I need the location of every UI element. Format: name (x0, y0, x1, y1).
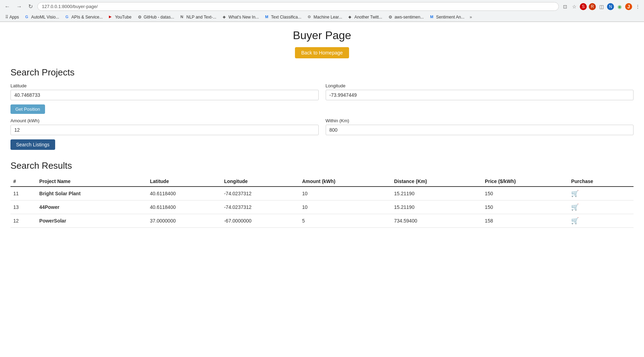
results-table: # Project Name Latitude Longitude Amount… (10, 176, 634, 228)
cell-price: 150 (482, 201, 568, 214)
col-header-id: # (10, 176, 37, 187)
bookmark-label: YouTube (115, 15, 131, 20)
search-listings-button[interactable]: Search Listings (10, 139, 55, 150)
cell-purchase[interactable]: 🛒 (568, 201, 634, 214)
url-text: 127.0.0.1:8000/buyer-page/ (42, 4, 98, 9)
github-favicon-2: ⚙ (388, 15, 393, 20)
longitude-label: Longitude (326, 83, 634, 88)
page-content: Buyer Page Back to Homepage Search Proje… (0, 22, 644, 235)
user-avatar[interactable]: J (625, 3, 632, 10)
forward-button[interactable]: → (15, 3, 24, 10)
col-header-longitude: Longitude (221, 176, 299, 187)
cell-purchase[interactable]: 🛒 (568, 214, 634, 228)
extension-icon-2[interactable]: ◉ (616, 3, 623, 10)
cell-distance: 734.59400 (391, 214, 482, 228)
bookmark-label: What's New In... (229, 15, 259, 20)
cell-amount: 10 (299, 201, 391, 214)
back-to-homepage-button[interactable]: Back to Homepage (295, 47, 349, 58)
bookmark-star-icon[interactable]: ☆ (571, 3, 578, 10)
refresh-button[interactable]: ↻ (27, 2, 35, 10)
latitude-input[interactable] (10, 90, 319, 100)
col-header-latitude: Latitude (147, 176, 221, 187)
bookmark-label: AutoML Visio... (31, 15, 59, 20)
profile-icon-n[interactable]: N (607, 3, 614, 10)
bookmark-youtube[interactable]: ▶ YouTube (106, 14, 134, 20)
bookmark-sentiment-an[interactable]: M Sentiment An... (428, 14, 467, 20)
cell-latitude: 37.0000000 (147, 214, 221, 228)
amount-input[interactable] (10, 125, 319, 135)
bookmark-label: Sentiment An... (436, 15, 464, 20)
cell-id: 11 (10, 187, 37, 201)
col-header-purchase: Purchase (568, 176, 634, 187)
bookmark-apis[interactable]: G APIs & Service... (63, 14, 105, 20)
lat-lng-row: Latitude Longitude (10, 83, 634, 100)
cell-project-name: PowerSolar (37, 214, 147, 228)
cell-longitude: -74.0237312 (221, 187, 299, 201)
youtube-favicon: ▶ (109, 15, 114, 20)
back-button[interactable]: ← (3, 3, 12, 10)
amount-label: Amount (kWh) (10, 118, 319, 123)
cell-id: 12 (10, 214, 37, 228)
apps-button[interactable]: ⠿ Apps (3, 14, 21, 20)
cell-distance: 15.21190 (391, 201, 482, 214)
bookmark-label: NLP and Text-... (186, 15, 216, 20)
purchase-cart-icon[interactable]: 🛒 (571, 217, 579, 224)
profile-icon-red[interactable]: S (580, 3, 587, 10)
cell-price: 158 (482, 214, 568, 228)
table-row: 13 44Power 40.6118400 -74.0237312 10 15.… (10, 201, 634, 214)
back-button-wrapper: Back to Homepage (10, 47, 634, 58)
longitude-input[interactable] (326, 90, 634, 100)
notion-favicon: N (180, 15, 185, 20)
bookmark-another-twitt[interactable]: ◆ Another Twitt... (346, 14, 385, 20)
address-bar[interactable]: 127.0.0.1:8000/buyer-page/ (37, 2, 559, 11)
purchase-cart-icon[interactable]: 🛒 (571, 204, 579, 211)
amount-group: Amount (kWh) (10, 118, 319, 135)
twitter-favicon: ◆ (348, 15, 353, 20)
search-form: Search Projects Latitude Longitude Get P… (10, 67, 634, 150)
bookmark-label: aws-sentimen... (394, 15, 424, 20)
bookmark-text-class[interactable]: M Text Classifica... (263, 14, 304, 20)
apps-label: Apps (9, 15, 19, 20)
amount-within-row: Amount (kWh) Within (Km) (10, 118, 634, 135)
cell-longitude: -74.0237312 (221, 201, 299, 214)
cell-longitude: -67.0000000 (221, 214, 299, 228)
cell-purchase[interactable]: 🛒 (568, 187, 634, 201)
within-label: Within (Km) (326, 118, 634, 123)
bookmark-favicon-5: ◆ (223, 15, 228, 20)
results-section-title: Search Results (10, 160, 634, 171)
extension-icon[interactable]: ◫ (598, 3, 605, 10)
cell-project-name: Bright Solar Plant (37, 187, 147, 201)
google-favicon-2: G (65, 15, 70, 20)
within-group: Within (Km) (326, 118, 634, 135)
within-input[interactable] (326, 125, 634, 135)
col-header-amount: Amount (kWh) (299, 176, 391, 187)
bookmark-nlp[interactable]: N NLP and Text-... (178, 14, 219, 20)
col-header-distance: Distance (Km) (391, 176, 482, 187)
cell-latitude: 40.6118400 (147, 201, 221, 214)
bookmarks-bar: ⠿ Apps G AutoML Visio... G APIs & Servic… (0, 13, 644, 22)
bookmark-aws-sentiment[interactable]: ⚙ aws-sentimen... (386, 14, 426, 20)
bookmark-whats-new[interactable]: ◆ What's New In... (220, 14, 261, 20)
more-bookmarks[interactable]: » (470, 15, 472, 20)
purchase-cart-icon[interactable]: 🛒 (571, 190, 579, 197)
cell-amount: 5 (299, 214, 391, 228)
cell-price: 150 (482, 187, 568, 201)
cast-icon[interactable]: ⊡ (562, 3, 569, 10)
cell-amount: 10 (299, 187, 391, 201)
bookmark-machine-learn[interactable]: ⚙ Machine Lear... (305, 14, 345, 20)
bookmark-github[interactable]: ⚙ GitHub - datas... (135, 14, 177, 20)
latitude-label: Latitude (10, 83, 319, 88)
more-menu-icon[interactable]: ⋮ (634, 3, 641, 10)
get-position-button[interactable]: Get Position (10, 104, 45, 114)
browser-chrome: ← → ↻ 127.0.0.1:8000/buyer-page/ ⊡ ☆ S R… (0, 0, 644, 22)
cell-project-name: 44Power (37, 201, 147, 214)
browser-toolbar: ← → ↻ 127.0.0.1:8000/buyer-page/ ⊡ ☆ S R… (0, 0, 644, 13)
search-section-title: Search Projects (10, 67, 634, 78)
table-row: 11 Bright Solar Plant 40.6118400 -74.023… (10, 187, 634, 201)
latitude-group: Latitude (10, 83, 319, 100)
results-section: Search Results # Project Name Latitude L… (10, 160, 634, 228)
profile-icon-r[interactable]: R (589, 3, 596, 10)
browser-action-icons: ⊡ ☆ S R ◫ N ◉ J ⋮ (562, 3, 641, 10)
page-title: Buyer Page (10, 29, 634, 42)
bookmark-automl[interactable]: G AutoML Visio... (23, 14, 61, 20)
